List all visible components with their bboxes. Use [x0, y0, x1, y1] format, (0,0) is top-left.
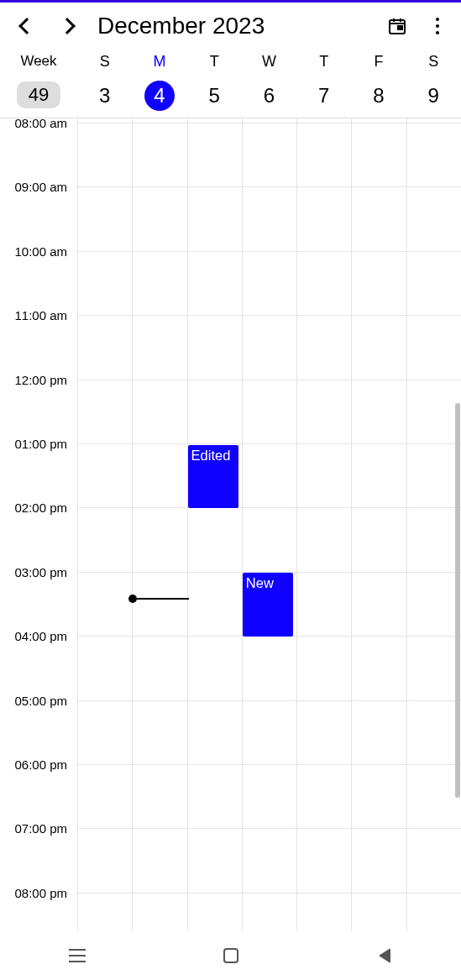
today-button[interactable]: [380, 9, 414, 43]
week-column: Week 49: [0, 50, 77, 118]
hour-line: [77, 828, 461, 829]
time-label: 01:00 pm: [14, 437, 67, 451]
grid-day-column[interactable]: [242, 118, 296, 931]
system-navbar: [0, 931, 461, 980]
day-column-3[interactable]: S3: [77, 50, 132, 118]
time-indicator-line: [137, 598, 189, 600]
day-letter: S: [100, 53, 110, 71]
day-column-6[interactable]: W6: [242, 50, 296, 118]
grid-day-column[interactable]: [351, 118, 406, 931]
home-button[interactable]: [189, 939, 273, 972]
days-header: Week 49 S3M4T5W6T7F8S9: [0, 50, 461, 118]
day-column-7[interactable]: T7: [296, 50, 351, 118]
day-letter: T: [319, 53, 328, 71]
grid-day-column[interactable]: [296, 118, 351, 931]
hour-line: [77, 764, 461, 765]
time-label: 08:00 am: [14, 118, 67, 130]
prev-button[interactable]: [10, 9, 44, 43]
time-label: 10:00 am: [14, 244, 67, 258]
day-letter: S: [428, 53, 438, 71]
hour-line: [77, 315, 461, 316]
time-label: 12:00 pm: [14, 372, 67, 386]
chevron-left-icon: [18, 18, 35, 34]
time-label: 02:00 pm: [14, 500, 67, 515]
recents-button[interactable]: [35, 939, 119, 972]
time-label: 08:00 pm: [14, 885, 67, 899]
day-number: 3: [90, 81, 120, 111]
next-button[interactable]: [50, 9, 84, 43]
back-button[interactable]: [343, 939, 427, 972]
day-number: 7: [309, 81, 339, 111]
day-number: 9: [418, 81, 448, 111]
day-column-8[interactable]: F8: [351, 50, 406, 118]
day-column-4[interactable]: M4: [132, 50, 186, 118]
chevron-right-icon: [59, 18, 76, 34]
hour-line: [77, 380, 461, 380]
calendar-grid[interactable]: 08:00 am09:00 am10:00 am11:00 am12:00 pm…: [0, 118, 461, 931]
week-number[interactable]: 49: [17, 81, 60, 108]
day-letter: W: [262, 53, 276, 71]
month-title[interactable]: December 2023: [91, 13, 374, 39]
time-label: 11:00 am: [14, 308, 67, 322]
day-number: 5: [199, 81, 229, 111]
time-label: 04:00 pm: [14, 629, 67, 643]
day-letter: T: [210, 53, 219, 71]
calendar-icon: [387, 16, 407, 36]
time-column: 08:00 am09:00 am10:00 am11:00 am12:00 pm…: [0, 118, 77, 931]
grid-columns[interactable]: EditedNew: [77, 118, 461, 931]
hamburger-icon: [69, 949, 86, 962]
hour-line: [77, 123, 461, 123]
app-header: December 2023: [0, 3, 461, 50]
day-letter: F: [374, 53, 383, 71]
svg-rect-4: [398, 26, 402, 29]
more-button[interactable]: [421, 9, 454, 43]
grid-day-column[interactable]: [77, 118, 132, 931]
more-vert-icon: [436, 18, 439, 21]
current-time-indicator: [128, 595, 189, 603]
hour-line: [77, 700, 461, 701]
time-label: 06:00 pm: [14, 757, 67, 772]
hour-line: [77, 443, 461, 444]
time-label: 09:00 am: [14, 180, 67, 194]
triangle-back-icon: [379, 948, 390, 963]
day-number: 4: [144, 81, 175, 111]
hour-line: [77, 507, 461, 508]
scrollbar[interactable]: [455, 403, 460, 798]
day-number: 6: [254, 81, 284, 111]
hour-line: [77, 251, 461, 252]
time-label: 05:00 pm: [14, 693, 67, 707]
day-column-5[interactable]: T5: [187, 50, 242, 118]
grid-day-column[interactable]: [132, 118, 186, 931]
grid-day-column[interactable]: [187, 118, 242, 931]
time-label: 03:00 pm: [14, 564, 67, 579]
square-icon: [223, 948, 238, 963]
hour-line: [77, 893, 461, 894]
day-number: 8: [364, 81, 394, 111]
time-indicator-dot: [128, 595, 137, 603]
time-label: 07:00 pm: [14, 821, 67, 836]
grid-day-column[interactable]: [406, 118, 461, 931]
week-label: Week: [20, 53, 56, 70]
event-edited[interactable]: Edited: [188, 445, 238, 508]
day-column-9[interactable]: S9: [406, 50, 461, 118]
event-new[interactable]: New: [243, 573, 293, 636]
hour-line: [77, 186, 461, 187]
day-letter: M: [153, 53, 165, 71]
